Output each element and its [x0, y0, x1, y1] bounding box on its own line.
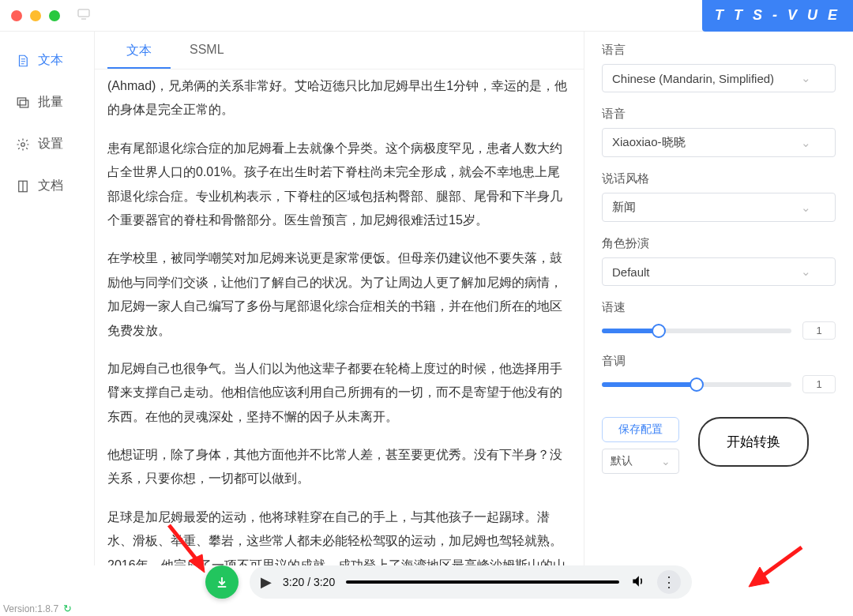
paragraph: 他想证明，除了身体，其他方面他并不比常人差，甚至要更优秀。没有下半身？没关系，只… [107, 443, 571, 491]
style-value: 新闻 [612, 200, 636, 215]
speed-value: 1 [802, 321, 836, 340]
speed-label: 语速 [602, 300, 836, 315]
refresh-icon[interactable]: ↻ [63, 603, 72, 614]
stack-icon [16, 96, 30, 110]
sidebar-item-text[interactable]: 文本 [0, 39, 94, 81]
language-label: 语言 [602, 43, 836, 58]
editor-tabs: 文本 SSML [95, 32, 584, 69]
download-button[interactable] [205, 565, 239, 599]
language-select[interactable]: Chinese (Mandarin, Simplified) ⌄ [602, 64, 836, 92]
preset-value: 默认 [611, 454, 633, 468]
tab-ssml[interactable]: SSML [171, 32, 243, 69]
sidebar-label: 文档 [38, 178, 63, 194]
tab-text[interactable]: 文本 [107, 32, 171, 69]
audio-player-bar: ▶ 3:20 / 3:20 ⋮ [0, 562, 853, 602]
volume-icon[interactable] [630, 573, 646, 592]
sidebar-item-docs[interactable]: 文档 [0, 165, 94, 207]
role-select[interactable]: Default ⌄ [602, 257, 836, 286]
sidebar-label: 文本 [38, 52, 63, 69]
audio-controls: ▶ 3:20 / 3:20 ⋮ [250, 565, 692, 599]
more-menu-button[interactable]: ⋮ [657, 570, 681, 594]
minimize-window-button[interactable] [30, 10, 41, 21]
chevron-down-icon: ⌄ [801, 265, 811, 279]
sidebar-item-settings[interactable]: 设置 [0, 123, 94, 165]
chevron-down-icon: ⌄ [801, 71, 811, 85]
start-convert-button[interactable]: 开始转换 [698, 417, 809, 467]
voice-label: 语音 [602, 107, 836, 122]
voice-select[interactable]: Xiaoxiao-晓晓 ⌄ [602, 128, 836, 157]
pitch-label: 音调 [602, 354, 836, 369]
close-window-button[interactable] [11, 10, 22, 21]
voice-value: Xiaoxiao-晓晓 [612, 135, 686, 150]
maximize-window-button[interactable] [49, 10, 60, 21]
pitch-slider[interactable] [602, 382, 791, 387]
sidebar-item-batch[interactable]: 批量 [0, 81, 94, 123]
style-select[interactable]: 新闻 ⌄ [602, 193, 836, 222]
paragraph: 在学校里，被同学嘲笑对加尼姆来说更是家常便饭。但母亲仍建议他不要失落，鼓励他与同… [107, 246, 571, 343]
chevron-down-icon: ⌄ [801, 201, 811, 215]
save-config-button[interactable]: 保存配置 [602, 417, 679, 442]
app-brand: T T S - V U E [702, 0, 853, 32]
slider-thumb[interactable] [652, 324, 666, 338]
role-label: 角色扮演 [602, 236, 836, 251]
play-button[interactable]: ▶ [261, 573, 272, 591]
svg-rect-2 [20, 100, 28, 107]
svg-rect-0 [78, 9, 89, 17]
speed-slider[interactable] [602, 329, 791, 333]
svg-rect-1 [17, 98, 26, 105]
titlebar: T T S - V U E [0, 0, 853, 32]
paragraph: 足球是加尼姆最爱的运动，他将球鞋穿在自己的手上，与其他孩子一起踢球。潜水、滑板、… [107, 505, 571, 565]
chevron-down-icon: ⌄ [661, 455, 671, 468]
sidebar-label: 设置 [38, 136, 63, 152]
chevron-down-icon: ⌄ [801, 136, 811, 150]
version-label: Version:1.8.7 ↻ [3, 603, 72, 614]
window-controls [11, 9, 90, 22]
paragraph: (Ahmad)，兄弟俩的关系非常好。艾哈迈德只比加尼姆早出生1分钟，幸运的是，他… [107, 74, 571, 122]
role-value: Default [612, 265, 650, 279]
time-display: 3:20 / 3:20 [283, 576, 335, 588]
progress-bar[interactable] [346, 580, 619, 584]
document-icon [16, 54, 30, 68]
voice-settings-panel: 语言 Chinese (Mandarin, Simplified) ⌄ 语音 X… [584, 32, 853, 565]
paragraph: 患有尾部退化综合症的加尼姆看上去就像个异类。这个病极度罕见，患者人数大约占全世界… [107, 137, 571, 233]
paragraph: 加尼姆自己也很争气。当人们以为他这辈子都要在轮椅上度过的时候，他选择用手臂来支撑… [107, 357, 571, 429]
svg-point-3 [21, 142, 25, 146]
sidebar: 文本 批量 设置 文档 [0, 32, 95, 565]
sidebar-label: 批量 [38, 94, 63, 111]
style-label: 说话风格 [602, 171, 836, 186]
book-icon [16, 179, 30, 193]
monitor-icon [77, 9, 90, 22]
text-editor[interactable]: (Ahmad)，兄弟俩的关系非常好。艾哈迈德只比加尼姆早出生1分钟，幸运的是，他… [95, 69, 584, 565]
preset-select[interactable]: 默认 ⌄ [602, 449, 679, 474]
gear-icon [16, 137, 30, 152]
editor-pane: 文本 SSML (Ahmad)，兄弟俩的关系非常好。艾哈迈德只比加尼姆早出生1分… [95, 32, 584, 565]
slider-thumb[interactable] [690, 377, 704, 392]
language-value: Chinese (Mandarin, Simplified) [612, 72, 774, 85]
pitch-value: 1 [802, 375, 836, 393]
